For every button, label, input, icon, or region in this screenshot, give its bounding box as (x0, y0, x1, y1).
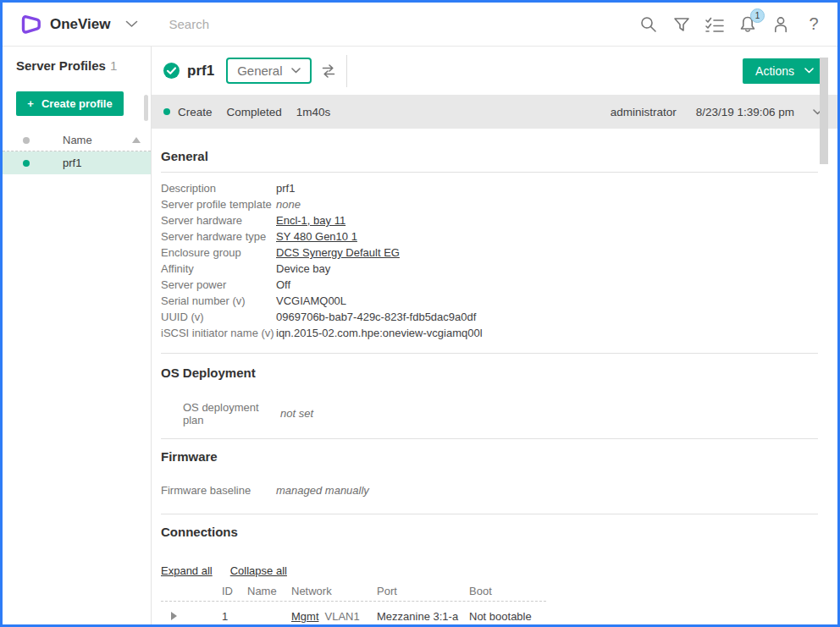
field-row: Server powerOff (161, 277, 818, 293)
field-value: iqn.2015-02.com.hpe:oneview-vcgiamq00l (276, 327, 483, 339)
page-title-row: prf1 General Actions (152, 47, 837, 95)
os-deployment-fields: OS deployment plannot set (161, 405, 818, 421)
field-value: 0969706b-bab7-429c-823f-fdb5dac9a0df (276, 311, 476, 323)
profile-details-scroll-area: General Descriptionprf1Server profile te… (152, 129, 837, 624)
field-value: not set (280, 407, 313, 420)
activity-meta: administrator 8/23/19 1:39:06 pm (611, 106, 822, 118)
os-deployment-heading: OS Deployment (161, 366, 818, 380)
connection-network-cell: MgmtVLAN1 (291, 610, 377, 623)
create-profile-button[interactable]: + Create profile (16, 91, 124, 116)
sidebar-scrollbar[interactable] (144, 95, 148, 121)
connections-table: ID Name Network Port Boot 1MgmtVLAN1Mezz… (161, 586, 546, 624)
field-value: none (276, 198, 301, 211)
section-divider (161, 353, 818, 354)
sidebar-count: 1 (110, 58, 117, 73)
field-label: Description (161, 182, 276, 195)
activity-timestamp: 8/23/19 1:39:06 pm (696, 106, 794, 118)
notification-count-badge[interactable]: 1 (750, 8, 765, 23)
top-navigation-bar: OneView Search (3, 3, 837, 47)
hpe-oneview-logo-icon[interactable] (19, 13, 42, 36)
search-input[interactable]: Search (169, 17, 210, 31)
field-value-link[interactable]: SY 480 Gen10 1 (276, 230, 357, 243)
field-value: VCGIAMQ00L (276, 294, 346, 307)
profile-name[interactable]: prf1 (63, 157, 81, 169)
chevron-down-icon (291, 68, 301, 74)
name-column-header[interactable]: Name (63, 134, 92, 146)
field-row: Server hardware typeSY 480 Gen10 1 (161, 228, 818, 245)
section-connections: Connections Expand all Collapse all ID N… (161, 525, 818, 624)
vertical-divider (346, 55, 347, 87)
sidebar-title: Server Profiles1 (3, 47, 151, 73)
section-os-deployment: OS Deployment OS deployment plannot set (161, 366, 818, 421)
activity-ok-dot-icon (163, 108, 170, 115)
field-value-link[interactable]: DCS Synergy Default EG (276, 246, 400, 259)
expand-row-button[interactable] (161, 610, 185, 623)
notifications-bell-icon[interactable]: 1 (738, 14, 758, 35)
id-column-header: ID (222, 585, 247, 597)
topbar-icon-group: 1 ? (638, 14, 824, 35)
field-label: Enclosure group (161, 246, 276, 259)
oneview-app-window: OneView Search (3, 3, 837, 624)
network-link[interactable]: Mgmt (291, 610, 319, 623)
field-row: iSCSI initiator name (v)iqn.2015-02.com.… (161, 325, 818, 341)
field-row: UUID (v)0969706b-bab7-429c-823f-fdb5dac9… (161, 309, 818, 325)
field-row: Server profile templatenone (161, 196, 818, 212)
field-label: Server power (161, 278, 276, 291)
activity-duration: 1m40s (296, 106, 331, 118)
field-value-link[interactable]: Encl-1, bay 11 (276, 214, 345, 227)
field-label: Firmware baseline (161, 484, 276, 497)
field-value: managed manually (276, 484, 369, 497)
activity-action: Create (178, 106, 213, 118)
create-profile-label: Create profile (41, 97, 113, 110)
sidebar-title-text: Server Profiles (16, 58, 106, 73)
main-panel: prf1 General Actions Create Completed 1m… (152, 47, 837, 624)
app-menu-chevron-down-icon[interactable] (125, 20, 138, 28)
activity-user: administrator (611, 106, 677, 118)
network-vlan: VLAN1 (325, 610, 360, 623)
field-label: Server profile template (161, 198, 276, 211)
status-ok-dot-icon (23, 160, 30, 167)
main-scrollbar[interactable] (820, 58, 828, 164)
actions-button[interactable]: Actions (743, 58, 826, 84)
view-selector-dropdown[interactable]: General (226, 58, 311, 84)
field-row: Descriptionprf1 (161, 180, 818, 196)
sidebar: Server Profiles1 + Create profile Name p… (3, 47, 152, 624)
connections-table-header: ID Name Network Port Boot (161, 586, 546, 602)
field-value: Device bay (276, 262, 330, 275)
field-row: OS deployment plannot set (161, 405, 818, 421)
connection-row[interactable]: 1MgmtVLAN1Mezzanine 3:1-aNot bootable (161, 608, 546, 624)
connection-boot: Not bootable (469, 610, 532, 623)
field-row: Enclosure groupDCS Synergy Default EG (161, 245, 818, 261)
sort-ascending-icon[interactable] (132, 137, 141, 143)
help-icon[interactable]: ? (804, 14, 824, 35)
field-label: UUID (v) (161, 311, 276, 323)
boot-column-header: Boot (469, 585, 492, 597)
actions-label: Actions (755, 64, 794, 78)
connections-link-row: Expand all Collapse all (161, 564, 818, 577)
section-divider (161, 514, 818, 514)
connection-id: 1 (222, 610, 247, 623)
collapse-all-link[interactable]: Collapse all (230, 564, 287, 577)
activity-status-bar[interactable]: Create Completed 1m40s administrator 8/2… (152, 95, 837, 129)
field-label: Server hardware (161, 214, 276, 227)
relationships-icon[interactable] (321, 63, 336, 79)
field-value: Off (276, 278, 290, 291)
search-icon[interactable] (638, 14, 659, 35)
field-row: Firmware baselinemanaged manually (161, 482, 818, 498)
profile-list-row-prf1[interactable]: prf1 (3, 151, 151, 174)
expand-all-link[interactable]: Expand all (161, 564, 213, 577)
port-column-header: Port (377, 585, 469, 597)
field-row: Server hardwareEncl-1, bay 11 (161, 212, 818, 228)
connection-port: Mezzanine 3:1-a (377, 610, 469, 623)
user-icon[interactable] (771, 14, 791, 35)
status-column-dot-icon (23, 137, 30, 144)
profile-list: Name prf1 (3, 129, 151, 174)
plus-icon: + (27, 97, 34, 110)
page-title: prf1 (187, 63, 214, 80)
field-label: Affinity (161, 262, 276, 275)
profile-list-header[interactable]: Name (3, 129, 151, 151)
field-label: iSCSI initiator name (v) (161, 327, 276, 339)
filter-icon[interactable] (671, 14, 692, 35)
activity-checklist-icon[interactable] (705, 14, 725, 35)
connections-heading: Connections (161, 525, 818, 539)
